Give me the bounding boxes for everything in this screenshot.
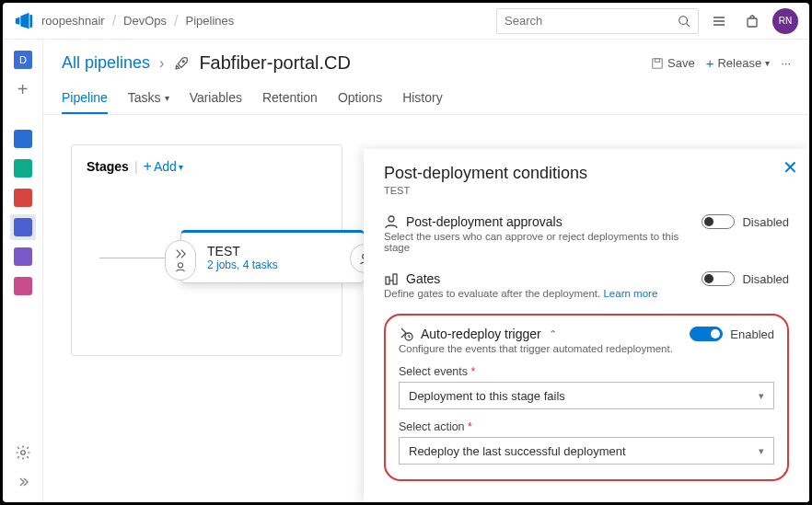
- save-button[interactable]: Save: [651, 56, 695, 70]
- action-label: Select action: [399, 420, 465, 433]
- nav-repos[interactable]: [10, 185, 36, 211]
- svg-rect-11: [655, 58, 659, 62]
- tab-pipeline[interactable]: Pipeline: [62, 83, 108, 114]
- release-button[interactable]: + Release ▾: [706, 55, 770, 71]
- svg-rect-15: [386, 277, 389, 284]
- approvals-toggle[interactable]: [702, 214, 735, 229]
- stages-label: Stages: [87, 159, 129, 174]
- stage-name: TEST: [207, 244, 278, 258]
- events-label: Select events: [399, 365, 468, 378]
- chevron-down-icon: ▾: [179, 162, 183, 172]
- chevron-up-icon[interactable]: ⌃: [549, 328, 557, 340]
- user-avatar[interactable]: RN: [772, 8, 798, 34]
- stage-jobs-link[interactable]: 2 jobs, 4 tasks: [207, 258, 278, 271]
- chevron-down-icon: ▾: [759, 390, 764, 402]
- redeploy-icon: [399, 327, 413, 341]
- nav-artifacts[interactable]: [10, 273, 36, 299]
- panel-subtitle: TEST: [384, 185, 789, 196]
- svg-rect-10: [653, 58, 663, 68]
- tab-tasks[interactable]: Tasks▾: [128, 83, 169, 114]
- page-title-row: All pipelines › Fabfiber-portal.CD Save …: [43, 40, 809, 79]
- breadcrumb-org[interactable]: roopeshnair: [41, 14, 105, 28]
- svg-point-14: [389, 216, 394, 222]
- gates-learn-more-link[interactable]: Learn more: [603, 288, 657, 299]
- panel-title: Post-deployment conditions: [384, 164, 789, 183]
- chevron-down-icon: ▾: [765, 58, 770, 68]
- chevron-down-icon: ▾: [165, 93, 169, 103]
- svg-line-1: [687, 23, 690, 27]
- release-pipeline-icon: [173, 55, 190, 72]
- gates-icon: [384, 271, 399, 286]
- post-deployment-panel: ✕ Post-deployment conditions TEST Post-d…: [364, 149, 809, 502]
- breadcrumb-area[interactable]: Pipelines: [186, 14, 235, 28]
- nav-boards[interactable]: [10, 155, 36, 181]
- redeploy-desc: Configure the events that trigger automa…: [399, 343, 690, 354]
- project-avatar[interactable]: D: [10, 47, 36, 73]
- person-icon: [384, 214, 399, 229]
- chevron-right-icon: ›: [159, 55, 164, 72]
- gates-toggle[interactable]: [702, 271, 735, 286]
- azure-devops-logo[interactable]: [14, 11, 34, 31]
- breadcrumb-sep: /: [174, 13, 178, 29]
- auto-redeploy-highlight: Auto-redeploy trigger ⌃ Configure the ev…: [384, 314, 789, 481]
- gates-desc: Define gates to evaluate after the deplo…: [384, 288, 702, 299]
- redeploy-title: Auto-redeploy trigger: [421, 327, 541, 341]
- redeploy-toggle[interactable]: [690, 327, 723, 341]
- svg-rect-5: [748, 18, 757, 27]
- left-nav-rail: D +: [3, 40, 43, 502]
- search-icon[interactable]: [678, 15, 690, 28]
- select-events-dropdown[interactable]: Deployment to this stage fails ▾: [399, 382, 774, 409]
- approvals-state: Disabled: [742, 215, 789, 229]
- settings-icon[interactable]: [10, 440, 36, 465]
- tab-variables[interactable]: Variables: [190, 83, 242, 114]
- svg-point-0: [679, 16, 688, 24]
- stage-card[interactable]: TEST 2 jobs, 4 tasks: [180, 230, 365, 283]
- all-pipelines-link[interactable]: All pipelines: [62, 53, 150, 73]
- search-box[interactable]: [496, 8, 699, 34]
- svg-rect-16: [393, 274, 397, 284]
- more-actions-button[interactable]: ···: [781, 56, 791, 70]
- redeploy-state: Enabled: [730, 327, 774, 341]
- gates-state: Disabled: [742, 272, 789, 286]
- add-stage-button[interactable]: +Add ▾: [144, 158, 183, 175]
- nav-dashboards[interactable]: [10, 126, 36, 152]
- chevron-down-icon: ▾: [759, 445, 764, 457]
- tab-retention[interactable]: Retention: [262, 83, 318, 114]
- tab-options[interactable]: Options: [338, 83, 382, 114]
- pre-stage-conditions-button[interactable]: [165, 240, 196, 281]
- expand-rail-icon[interactable]: [10, 469, 36, 495]
- add-project-icon[interactable]: +: [10, 76, 36, 102]
- stages-container: Stages | +Add ▾ TE: [71, 144, 342, 356]
- svg-point-9: [183, 60, 185, 62]
- breadcrumb-project[interactable]: DevOps: [123, 14, 167, 28]
- breadcrumb-sep: /: [112, 13, 116, 29]
- bag-icon[interactable]: [739, 8, 765, 34]
- list-icon[interactable]: [706, 8, 732, 34]
- nav-pipelines[interactable]: [10, 214, 36, 240]
- close-panel-button[interactable]: ✕: [783, 156, 798, 178]
- tab-history[interactable]: History: [402, 83, 443, 114]
- tabs: Pipeline Tasks▾ Variables Retention Opti…: [43, 79, 809, 115]
- search-input[interactable]: [505, 14, 678, 28]
- svg-text:D: D: [19, 54, 27, 65]
- svg-point-8: [20, 451, 25, 455]
- gates-title: Gates: [406, 271, 440, 286]
- pipeline-name: Fabfiber-portal.CD: [199, 52, 351, 74]
- approvals-desc: Select the users who can approve or reje…: [384, 231, 702, 253]
- approvals-title: Post-deployment approvals: [406, 214, 563, 229]
- top-bar: roopeshnair / DevOps / Pipelines RN: [3, 3, 809, 40]
- select-action-dropdown[interactable]: Redeploy the last successful deployment …: [399, 437, 774, 465]
- nav-test-plans[interactable]: [10, 244, 36, 270]
- svg-point-12: [178, 263, 182, 268]
